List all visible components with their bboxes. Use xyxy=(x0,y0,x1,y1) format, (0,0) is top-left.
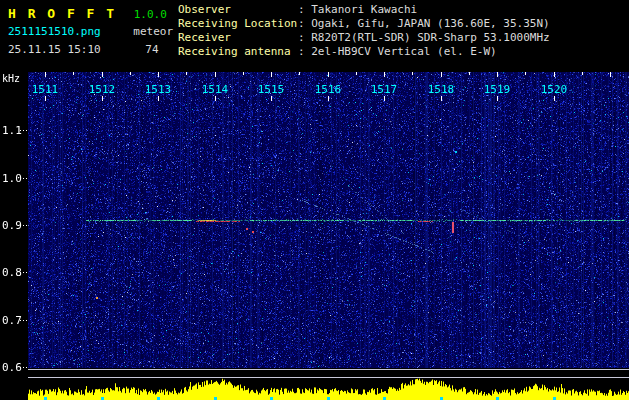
x-tick-label: 1518 xyxy=(428,83,455,96)
x-tick-label: 1511 xyxy=(32,83,59,96)
datetime-label: 25.11.15 15:10 xyxy=(8,43,101,56)
y-tick-label: 1.1 xyxy=(2,124,24,137)
app-title: H R O F F T xyxy=(8,6,116,21)
x-tick-label: 1517 xyxy=(371,83,398,96)
info-row: Receiving antenna : 2el-HB9CV Vertical (… xyxy=(178,45,550,59)
echo-count: 74 xyxy=(145,43,158,56)
info-label: Observer xyxy=(178,3,298,17)
x-tick-label: 1520 xyxy=(541,83,568,96)
freq-unit-label: kHz xyxy=(2,73,20,84)
info-label: Receiving antenna xyxy=(178,45,298,59)
x-tick-label: 1513 xyxy=(145,83,172,96)
y-tick-label: 0.8 xyxy=(2,266,24,279)
x-tick-label: 1515 xyxy=(258,83,285,96)
y-tick-label: 0.9 xyxy=(2,219,24,232)
header: H R O F F T 1.0.0 2511151510.png meteor … xyxy=(0,0,629,72)
info-row: Observer : Takanori Kawachi xyxy=(178,3,550,17)
observer-info: Observer : Takanori Kawachi Receiving Lo… xyxy=(178,3,550,59)
hrofft-output-image: H R O F F T 1.0.0 2511151510.png meteor … xyxy=(0,0,629,400)
time-row: 25.11.15 15:10 74 xyxy=(8,43,159,56)
app-version: 1.0.0 xyxy=(134,8,167,21)
y-tick-label: 0.7 xyxy=(2,314,24,327)
file-row: 2511151510.png meteor xyxy=(8,25,173,38)
x-tick-label: 1519 xyxy=(484,83,511,96)
info-value: : Takanori Kawachi xyxy=(298,3,417,17)
info-row: Receiving Location : Ogaki, Gifu, JAPAN … xyxy=(178,17,550,31)
y-tick-label: 1.0 xyxy=(2,172,24,185)
info-label: Receiver xyxy=(178,31,298,45)
info-row: Receiver : R820T2(RTL-SDR) SDR-Sharp 53.… xyxy=(178,31,550,45)
info-label: Receiving Location xyxy=(178,17,298,31)
x-tick-label: 1514 xyxy=(202,83,229,96)
info-value: : 2el-HB9CV Vertical (el. E-W) xyxy=(298,45,497,59)
title-row: H R O F F T 1.0.0 xyxy=(8,3,167,22)
x-tick-label: 1516 xyxy=(315,83,342,96)
info-value: : Ogaki, Gifu, JAPAN (136.60E, 35.35N) xyxy=(298,17,550,31)
output-filename: 2511151510.png xyxy=(8,25,101,38)
y-tick-label: 0.6 xyxy=(2,361,24,374)
mode-label: meteor xyxy=(133,25,173,38)
info-value: : R820T2(RTL-SDR) SDR-Sharp 53.1000MHz xyxy=(298,31,550,45)
x-tick-label: 1512 xyxy=(89,83,116,96)
